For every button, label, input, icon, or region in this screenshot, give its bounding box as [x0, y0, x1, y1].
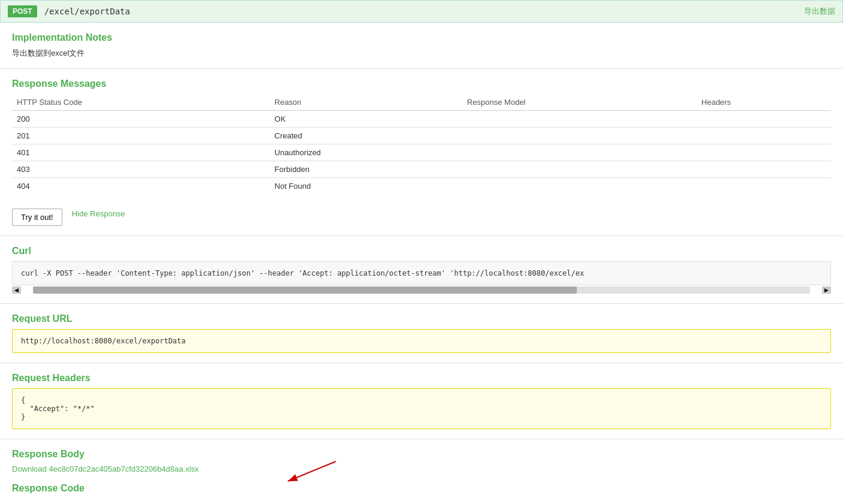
response-code-section: Response Code [0, 478, 843, 501]
endpoint-path: /excel/exportData [44, 7, 804, 16]
response-messages-title: Response Messages [12, 79, 831, 89]
download-link[interactable]: Download 4ec8c07dc2ac405ab7cfd32206b4d8a… [12, 464, 199, 473]
cell-status_code: 201 [12, 128, 270, 144]
col-reason: Reason [270, 94, 462, 111]
cell-headers [697, 161, 831, 178]
hide-response-link[interactable]: Hide Response [72, 209, 125, 218]
response-body-title: Response Body [12, 449, 831, 460]
col-headers: Headers [697, 94, 831, 111]
cell-response_model [462, 161, 697, 178]
curl-section: Curl curl -X POST --header 'Content-Type… [0, 236, 843, 304]
cell-response_model [462, 144, 697, 161]
implementation-notes-section: Implementation Notes 导出数据到excel文件 [0, 23, 843, 69]
request-headers-content: { "Accept": "*/*" } [12, 388, 831, 429]
curl-wrapper: curl -X POST --header 'Content-Type: app… [12, 261, 831, 294]
scroll-left-arrow[interactable]: ◀ [12, 286, 21, 294]
request-url-title: Request URL [12, 313, 831, 324]
request-url-section: Request URL http://localhost:8080/excel/… [0, 304, 843, 363]
scroll-thumb [33, 286, 577, 294]
cell-response_model [462, 128, 697, 144]
export-link[interactable]: 导出数据 [804, 6, 835, 17]
endpoint-header: POST /excel/exportData 导出数据 [0, 0, 843, 23]
table-row: 404Not Found [12, 178, 831, 195]
cell-headers [697, 178, 831, 195]
request-headers-section: Request Headers { "Accept": "*/*" } [0, 363, 843, 439]
cell-headers [697, 144, 831, 161]
scroll-track[interactable] [33, 286, 810, 294]
cell-reason: Unauthorized [270, 144, 462, 161]
curl-title: Curl [12, 246, 831, 256]
response-table: HTTP Status Code Reason Response Model H… [12, 94, 831, 194]
curl-command[interactable]: curl -X POST --header 'Content-Type: app… [12, 261, 831, 285]
table-row: 201Created [12, 128, 831, 144]
scroll-right-arrow[interactable]: ▶ [822, 286, 831, 294]
cell-reason: OK [270, 111, 462, 128]
cell-response_model [462, 111, 697, 128]
request-headers-title: Request Headers [12, 373, 831, 384]
response-body-section: Response Body Download 4ec8c07dc2ac405ab… [0, 439, 843, 478]
implementation-notes-desc: 导出数据到excel文件 [12, 48, 831, 59]
table-row: 401Unauthorized [12, 144, 831, 161]
cell-status_code: 403 [12, 161, 270, 178]
try-it-out-button[interactable]: Try it out! [12, 209, 62, 226]
response-messages-section: Response Messages HTTP Status Code Reaso… [0, 69, 843, 236]
method-badge: POST [8, 5, 37, 17]
cell-reason: Created [270, 128, 462, 144]
cell-headers [697, 128, 831, 144]
table-row: 403Forbidden [12, 161, 831, 178]
implementation-notes-title: Implementation Notes [12, 32, 831, 43]
cell-reason: Forbidden [270, 161, 462, 178]
request-url-value: http://localhost:8080/excel/exportData [12, 329, 831, 353]
cell-status_code: 200 [12, 111, 270, 128]
col-status-code: HTTP Status Code [12, 94, 270, 111]
main-container: POST /excel/exportData 导出数据 Implementati… [0, 0, 843, 501]
cell-headers [697, 111, 831, 128]
table-row: 200OK [12, 111, 831, 128]
cell-status_code: 401 [12, 144, 270, 161]
cell-status_code: 404 [12, 178, 270, 195]
cell-reason: Not Found [270, 178, 462, 195]
response-code-title: Response Code [12, 483, 831, 494]
col-response-model: Response Model [462, 94, 697, 111]
curl-scrollbar: ◀ ▶ [12, 286, 831, 294]
cell-response_model [462, 178, 697, 195]
